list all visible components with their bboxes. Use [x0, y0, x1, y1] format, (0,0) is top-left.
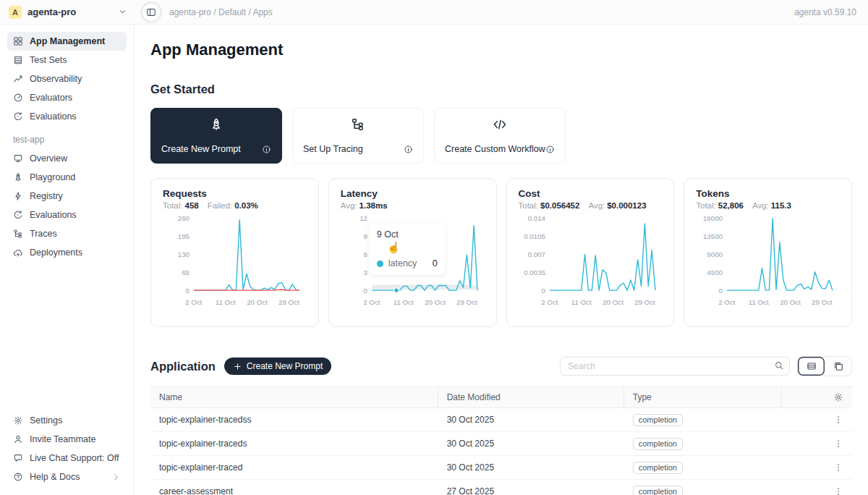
table-row[interactable]: topic-explainer-traced30 Oct 2025complet… [150, 456, 852, 480]
code-icon [445, 117, 555, 132]
column-name[interactable]: Name [150, 387, 438, 407]
sidebar-item-help-docs[interactable]: Help & Docs [7, 468, 127, 486]
row-menu-icon[interactable] [833, 415, 843, 425]
sidebar-item-invite-teammate[interactable]: Invite Teammate [7, 430, 127, 449]
sidebar-item-settings[interactable]: Settings [7, 411, 127, 430]
sidebar-item-deployments[interactable]: Deployments [7, 243, 127, 262]
chart-stats: Total:$0.056452Avg:$0.000123 [519, 201, 663, 210]
sidebar-item-label: Registry [30, 191, 63, 201]
chart-title: Requests [163, 188, 307, 199]
svg-text:0: 0 [363, 287, 367, 295]
get-started-card-create-new-prompt[interactable]: Create New Prompt [150, 108, 282, 164]
app-date-modified: 30 Oct 2025 [447, 439, 494, 449]
chart-stats: Avg:1.38ms [341, 201, 485, 210]
get-started-card-create-custom-workflow[interactable]: Create Custom Workflow [434, 108, 566, 164]
sidebar-item-evaluations[interactable]: Evaluations [7, 107, 127, 126]
row-menu-icon[interactable] [833, 486, 843, 495]
metric-charts: RequestsTotal:458Failed:0.03%06513019526… [150, 178, 852, 327]
chart-tooltip: 9 Octlatency0 [370, 224, 445, 275]
chart-card-cost: CostTotal:$0.056452Avg:$0.00012300.00350… [506, 178, 675, 327]
active-point-dot [393, 288, 399, 293]
observability-icon [13, 74, 23, 84]
sidebar-item-label: Test Sets [30, 55, 67, 65]
sidebar-main-nav: App ManagementTest SetsObservabilityEval… [7, 32, 127, 126]
search-icon [774, 360, 784, 371]
get-started-card-label: Create New Prompt [161, 144, 241, 154]
svg-text:260: 260 [178, 214, 190, 222]
sidebar-item-label: Settings [30, 415, 62, 426]
table-row[interactable]: career-assessment27 Oct 2025completion [150, 480, 852, 495]
svg-text:2 Oct: 2 Oct [541, 298, 558, 306]
info-icon[interactable] [404, 145, 413, 154]
sidebar-item-label: Evaluations [30, 210, 77, 220]
workspace-switcher[interactable]: A agenta-pro [0, 6, 135, 19]
column-date-modified[interactable]: Date Modified [438, 387, 624, 407]
info-icon[interactable] [545, 145, 555, 154]
card-view-button[interactable] [825, 357, 851, 376]
table-view-button[interactable] [798, 357, 825, 376]
svg-text:20 Oct: 20 Oct [247, 298, 268, 306]
sidebar-item-label: Evaluators [30, 93, 72, 103]
sidebar-item-playground[interactable]: Playground [7, 168, 127, 187]
plus-icon [233, 362, 242, 371]
column-settings-icon[interactable] [833, 392, 843, 402]
sidebar-item-label: Help & Docs [30, 472, 80, 482]
svg-text:12: 12 [359, 214, 367, 222]
applications-table: Name Date Modified Type topic-explainer-… [150, 386, 852, 495]
series-failed [194, 289, 299, 290]
app-date-modified: 30 Oct 2025 [447, 462, 494, 473]
svg-text:20 Oct: 20 Oct [603, 298, 624, 306]
sidebar-app-section-label: test-app [7, 126, 127, 149]
sidebar-item-test-sets[interactable]: Test Sets [7, 51, 127, 69]
sidebar-item-label: Live Chat Support: Off [30, 453, 119, 463]
row-menu-icon[interactable] [833, 462, 843, 473]
sidebar-collapse-button[interactable] [140, 1, 162, 23]
svg-text:11 Oct: 11 Oct [571, 298, 591, 306]
svg-text:18000: 18000 [703, 214, 723, 222]
evaluations-icon [13, 210, 23, 220]
sidebar-item-label: Playground [30, 172, 75, 182]
sidebar: App ManagementTest SetsObservabilityEval… [0, 25, 135, 495]
app-date-modified: 30 Oct 2025 [447, 415, 494, 425]
svg-text:13500: 13500 [703, 232, 723, 240]
svg-text:20 Oct: 20 Oct [780, 298, 801, 306]
column-type[interactable]: Type [624, 387, 782, 407]
table-row[interactable]: topic-explainer-traceds30 Oct 2025comple… [150, 432, 852, 456]
search-box [560, 357, 790, 376]
table-view-icon [807, 361, 817, 371]
requests-chart[interactable]: 0651301952602 Oct11 Oct20 Oct29 Oct [163, 213, 307, 309]
sidebar-item-evaluations[interactable]: Evaluations [7, 206, 127, 224]
info-icon[interactable] [262, 145, 271, 154]
table-header: Name Date Modified Type [150, 386, 852, 408]
cursor-hand-icon: ☝ [387, 241, 401, 254]
svg-text:0: 0 [541, 287, 545, 295]
search-input[interactable] [560, 357, 790, 376]
sidebar-item-overview[interactable]: Overview [7, 149, 127, 168]
view-toggle [797, 356, 852, 376]
svg-text:65: 65 [182, 268, 190, 276]
svg-text:2 Oct: 2 Oct [718, 298, 736, 306]
panel-left-icon [146, 7, 156, 17]
rocket-icon [13, 172, 23, 182]
sidebar-item-registry[interactable]: Registry [7, 187, 127, 206]
sidebar-item-evaluators[interactable]: Evaluators [7, 88, 127, 107]
row-menu-icon[interactable] [833, 439, 843, 449]
grid-icon [13, 36, 23, 46]
svg-text:6: 6 [363, 250, 367, 258]
chart-card-tokens: TokensTotal:52,806Avg:115.30450090001350… [684, 178, 852, 327]
gauge-icon [13, 93, 23, 103]
get-started-card-set-up-tracing[interactable]: Set Up Tracing [292, 108, 424, 164]
sidebar-item-observability[interactable]: Observability [7, 69, 127, 88]
table-row[interactable]: topic-explainer-tracedss30 Oct 2025compl… [150, 408, 852, 432]
svg-text:0.014: 0.014 [527, 214, 545, 222]
tokens-chart[interactable]: 04500900013500180002 Oct11 Oct20 Oct29 O… [696, 213, 840, 309]
sidebar-item-traces[interactable]: Traces [7, 224, 127, 243]
sidebar-item-live-chat-support-off[interactable]: Live Chat Support: Off [7, 449, 127, 468]
app-type-badge: completion [633, 414, 683, 426]
chevron-down-icon [118, 7, 127, 17]
sidebar-item-app-management[interactable]: App Management [7, 32, 127, 51]
cost-chart[interactable]: 00.00350.0070.01050.0142 Oct11 Oct20 Oct… [519, 213, 663, 309]
svg-text:9000: 9000 [707, 250, 723, 258]
application-section: Application Create New Prompt [150, 356, 852, 495]
create-new-prompt-button[interactable]: Create New Prompt [224, 358, 331, 375]
